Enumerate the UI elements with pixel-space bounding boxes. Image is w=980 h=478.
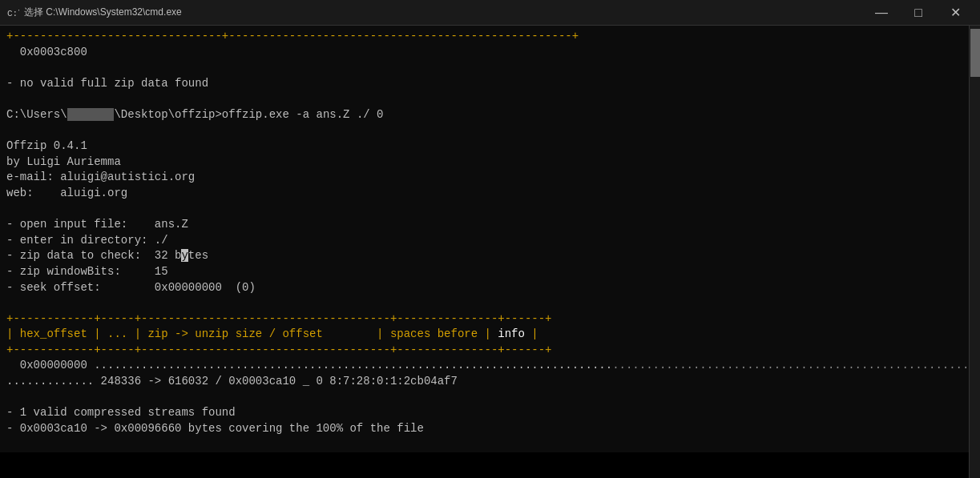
- directory: - enter in directory: ./: [6, 233, 962, 249]
- titlebar: C:\ 选择 C:\Windows\System32\cmd.exe — □ ✕: [0, 0, 980, 26]
- blank2: [6, 91, 962, 107]
- valid-streams: - 1 valid compressed streams found: [6, 405, 962, 421]
- offzip-version: Offzip 0.4.1: [6, 139, 962, 155]
- author: by Luigi Auriemma: [6, 155, 962, 171]
- svg-text:C:\: C:\: [7, 9, 19, 18]
- minimize-button[interactable]: —: [863, 0, 900, 26]
- web: web: aluigi.org: [6, 186, 962, 202]
- email: e-mail: aluigi@autistici.org: [6, 170, 962, 186]
- maximize-button[interactable]: □: [900, 0, 937, 26]
- table-border-mid: +------------+-----+--------------------…: [6, 343, 962, 359]
- table-border-top: +------------+-----+--------------------…: [6, 311, 962, 327]
- blank6: [6, 390, 962, 406]
- zip-data: - zip data to check: 32 bytes: [6, 248, 962, 264]
- window-bits: - zip windowBits: 15: [6, 264, 962, 280]
- blank1: [6, 60, 962, 76]
- seek-offset: - seek offset: 0x00000000 (0): [6, 280, 962, 296]
- no-valid-msg: - no valid full zip data found: [6, 76, 962, 92]
- scroll-thumb[interactable]: [970, 29, 980, 77]
- blank4: [6, 202, 962, 218]
- cmd-icon: C:\: [6, 6, 19, 19]
- border-top: +-------------------------------+-------…: [6, 29, 962, 45]
- coverage: - 0x0003ca10 -> 0x00096660 bytes coverin…: [6, 421, 962, 437]
- scrollbar[interactable]: [969, 26, 980, 478]
- table-header-row: | hex_offset | ... | zip -> unzip size /…: [6, 327, 962, 343]
- terminal-wrapper: +-------------------------------+-------…: [0, 26, 980, 478]
- close-button[interactable]: ✕: [937, 0, 974, 26]
- input-file: - open input file: ans.Z: [6, 217, 962, 233]
- hex-value-1: 0x0003c800: [6, 45, 962, 61]
- window-container: C:\ 选择 C:\Windows\System32\cmd.exe — □ ✕…: [0, 0, 980, 478]
- blank5: [6, 295, 962, 311]
- data-row-2: ............. 248336 -> 616032 / 0x0003c…: [6, 374, 962, 390]
- window-title: 选择 C:\Windows\System32\cmd.exe: [24, 6, 863, 19]
- terminal-output[interactable]: +-------------------------------+-------…: [0, 26, 969, 452]
- blank3: [6, 123, 962, 139]
- data-row-1: 0x00000000 .............................…: [6, 358, 962, 374]
- window-controls: — □ ✕: [863, 0, 974, 26]
- cmd-prompt: C:\Users\ \Desktop\offzip>offzip.exe -a …: [6, 107, 962, 123]
